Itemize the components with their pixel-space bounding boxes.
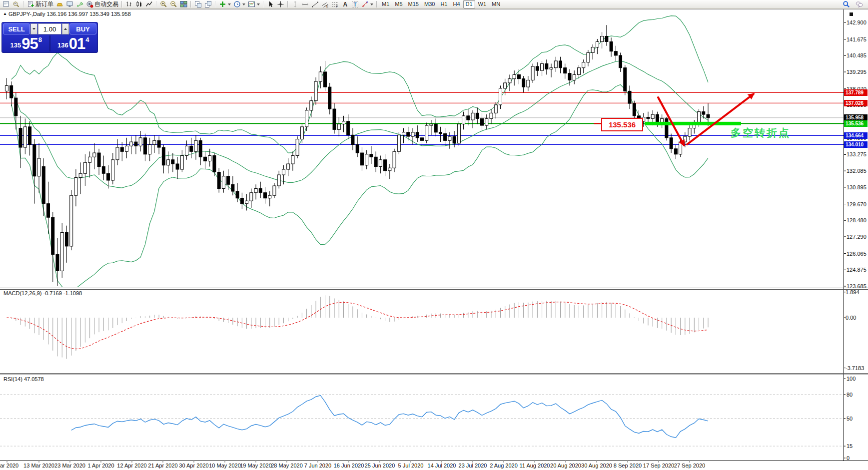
date-label: 27 Sep 2020 (674, 463, 705, 469)
date-label: 11 Aug 2020 (520, 463, 550, 469)
horizontal-line-icon (301, 0, 309, 8)
price-tick-label: 129.670 (847, 201, 867, 207)
toolbar-separator (156, 1, 157, 7)
macd-axis-label: 1.894 (846, 289, 860, 295)
fibonacci-button[interactable]: F (330, 0, 340, 8)
terminal-icon (66, 0, 73, 8)
arrange-windows-button[interactable] (193, 0, 203, 8)
vertical-line-icon (291, 0, 299, 8)
add-indicator-button[interactable] (218, 0, 232, 8)
buy-button[interactable]: BUY (69, 23, 96, 34)
horizontal-line-button[interactable] (300, 0, 310, 8)
sell-price-big: 95 (21, 36, 37, 51)
support-level-label[interactable]: 135.536 (601, 118, 643, 131)
cascade-windows-icon (204, 0, 212, 8)
cursor-icon (267, 0, 274, 8)
timeframe-h1-button[interactable]: H1 (438, 0, 450, 8)
turning-point-annotation[interactable]: 多空转折点 (731, 126, 791, 140)
volume-input[interactable] (38, 23, 61, 34)
date-label: 8 Sep 2020 (614, 463, 642, 469)
rsi-axis-label: 15 (847, 443, 853, 449)
period-clock-button[interactable] (232, 0, 246, 8)
support-segment[interactable] (645, 122, 741, 125)
new-order-icon (27, 0, 34, 8)
cursor-button[interactable] (266, 0, 275, 8)
volume-increase-button[interactable] (62, 23, 69, 34)
date-label: 5 Jul 2020 (398, 463, 424, 469)
new-order-label: 新订单 (35, 0, 53, 8)
chart-preview-button[interactable] (11, 0, 21, 8)
toolbar-separator (215, 1, 216, 7)
zoom-in-button[interactable] (159, 0, 168, 8)
candlestick-chart-button[interactable] (134, 0, 144, 8)
text-label-button[interactable]: T (350, 0, 360, 8)
chat-icon (856, 0, 863, 8)
zoom-out-button[interactable] (169, 0, 178, 8)
timeframe-m5-button[interactable]: M5 (392, 0, 405, 8)
cascade-windows-button[interactable] (203, 0, 213, 8)
chart-window-button[interactable] (1, 0, 11, 8)
new-order-button[interactable]: 新订单 (26, 0, 54, 8)
bar-chart-button[interactable] (124, 0, 134, 8)
trendline-button[interactable] (310, 0, 320, 8)
crosshair-button[interactable] (276, 0, 285, 8)
buy-price-button[interactable]: 136014 (50, 35, 97, 51)
macd-signal-line (6, 302, 708, 349)
text-label-icon: T (351, 0, 359, 8)
terminal-button[interactable] (65, 0, 74, 8)
trendline-icon (311, 0, 319, 8)
arrows-button[interactable] (360, 0, 374, 8)
vertical-line-button[interactable] (290, 0, 300, 8)
chart-canvas[interactable] (0, 0, 868, 470)
buy-price-prefix: 136 (57, 41, 68, 49)
rsi-indicator-label: RSI(14) 47.0578 (3, 376, 44, 382)
candlestick-chart-icon (135, 0, 143, 8)
price-badge: 134.010 (844, 141, 868, 148)
timeframe-m1-button[interactable]: M1 (379, 0, 392, 8)
timeframe-h4-button[interactable]: H4 (450, 0, 462, 8)
timeframe-m30-button[interactable]: M30 (422, 0, 437, 8)
one-click-trading-panel: SELL BUY 135958 136014 (1, 22, 98, 53)
sell-button[interactable]: SELL (3, 23, 30, 34)
tile-windows-button[interactable] (179, 0, 188, 8)
search-icon (843, 0, 850, 8)
svg-text:T: T (354, 2, 357, 7)
chat-button[interactable] (855, 0, 864, 8)
symbol-marker-icon: ▲ (3, 11, 7, 16)
date-label: 25 Jun 2020 (365, 463, 395, 469)
line-chart-button[interactable] (144, 0, 154, 8)
sell-price-button[interactable]: 135958 (3, 35, 49, 51)
timeframe-m15-button[interactable]: M15 (406, 0, 421, 8)
date-label: 2 Aug 2020 (490, 463, 518, 469)
gold-bar-button[interactable] (55, 0, 64, 8)
volume-decrease-button[interactable] (30, 23, 37, 34)
date-label: 10 May 2020 (209, 463, 241, 469)
channel-button[interactable]: E (320, 0, 330, 8)
buy-price-pip: 4 (85, 36, 89, 43)
signal-button[interactable] (75, 0, 84, 8)
date-label: 23 Jul 2020 (459, 463, 487, 469)
timeframe-mn-button[interactable]: MN (489, 0, 503, 8)
buy-price-big: 01 (69, 36, 85, 51)
date-label: 30 Apr 2020 (179, 463, 208, 469)
price-tick-label: 142.900 (847, 19, 867, 25)
price-badge: 137.789 (844, 89, 868, 96)
autotrade-icon (86, 0, 93, 8)
toolbar-separator (23, 1, 24, 7)
date-label: 16 Jun 2020 (334, 463, 364, 469)
timeframe-w1-button[interactable]: W1 (476, 0, 489, 8)
rsi-plot (0, 395, 844, 446)
svg-text:E: E (326, 5, 328, 8)
date-label: 14 Jul 2020 (428, 463, 456, 469)
text-button[interactable]: A (340, 0, 350, 8)
timeframe-d1-button[interactable]: D1 (463, 0, 475, 8)
template-button[interactable] (247, 0, 261, 8)
zoom-in-icon (160, 0, 167, 8)
dropdown-arrow-icon (228, 3, 231, 5)
search-button[interactable] (842, 0, 851, 8)
autotrade-button[interactable]: 自动交易 (85, 0, 119, 8)
date-label: 19 May 2020 (240, 463, 272, 469)
date-label: 17 Sep 2020 (643, 463, 674, 469)
mt4-window: 新订单自动交易EFATM1M5M15M30H1H4D1W1MN ▲GBPJPY-… (0, 0, 868, 470)
chevron-down-icon (32, 28, 35, 30)
